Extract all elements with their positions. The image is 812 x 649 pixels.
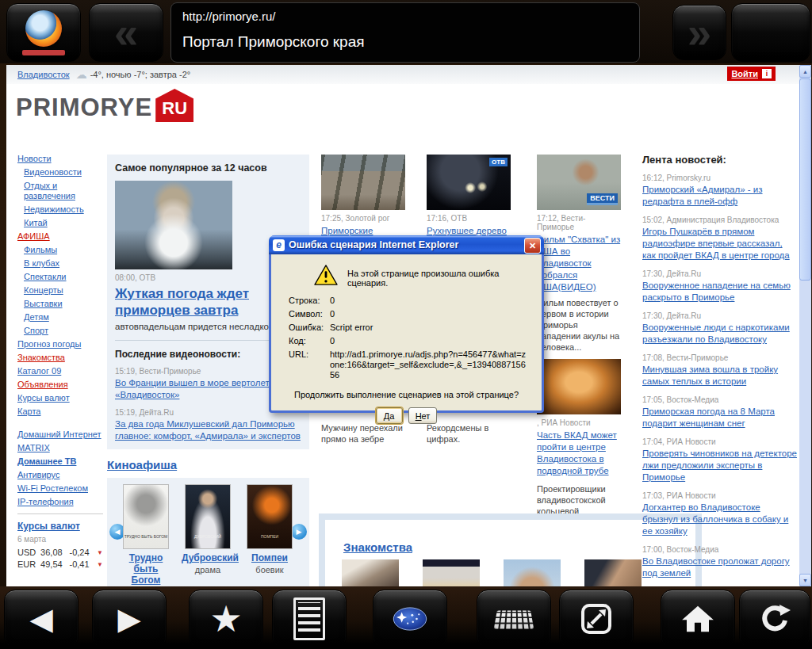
feed-meta: 17:30, Дейта.Ru (642, 311, 701, 320)
feed-headline-link[interactable]: Во Владивостоке проложат дорогу под земл… (642, 555, 798, 579)
fullscreen-button[interactable] (559, 590, 634, 648)
sidebar-item-sport[interactable]: Спорт (24, 326, 103, 336)
feed-meta: 15:02, Администрация Владивостока (642, 216, 779, 224)
firefox-menu-button[interactable] (6, 3, 81, 62)
sidebar-item-karta[interactable]: Карта (17, 407, 103, 417)
sidebar-item-prognoz[interactable]: Прогноз погоды (17, 339, 103, 349)
movie-poster[interactable]: ТРУДНО БЫТЬ БОГОМ (123, 484, 169, 549)
sidebar-item-afisha[interactable]: АФИША (17, 231, 103, 242)
yes-button-label: Да (383, 411, 396, 421)
double-chevron-right-icon: » (688, 11, 711, 54)
keyboard-button[interactable] (477, 590, 551, 648)
down-arrow-icon: ▼ (97, 547, 103, 559)
brand-button[interactable] (373, 590, 447, 648)
sidebar-item-obyavleniya[interactable]: Объявления (17, 380, 103, 390)
popular-story-photo[interactable] (115, 181, 232, 269)
profile-photo[interactable] (423, 559, 480, 586)
no-button[interactable]: Нет (408, 407, 438, 424)
feed-headline-link[interactable]: Вооруженные люди с наркотиками разъезжал… (642, 322, 798, 345)
movie-poster[interactable]: ДУБРОВСКИЙ (185, 484, 231, 549)
address-title-display[interactable]: http://primorye.ru/ Портал Приморского к… (170, 2, 640, 63)
news-headline-link[interactable]: Часть ВКАД может пройти в центре Владиво… (537, 429, 621, 477)
history-back-button[interactable]: « (89, 3, 163, 62)
dialog-message: На этой странице произошла ошибка сценар… (347, 269, 530, 288)
tunnel-photo[interactable] (537, 359, 621, 414)
sidebar-item-otdyh[interactable]: Отдых и развлечения (24, 181, 103, 201)
feed-headline-link[interactable]: Догхантер во Владивостоке брызнул из бал… (642, 502, 798, 537)
feed-headline-link[interactable]: Приморский «Адмирал» - из редрафта в пле… (642, 184, 798, 208)
field-label: Ошибка: (289, 323, 330, 333)
dialog-close-button[interactable]: ✕ (524, 238, 541, 254)
nav-forward-button[interactable]: ▶ (92, 590, 167, 648)
sidebar-item-v-klubah[interactable]: В клубах (24, 258, 103, 269)
scrollbar-thumb[interactable] (799, 78, 811, 281)
sidebar-item-katalog[interactable]: Каталог 09 (17, 366, 103, 376)
vertical-scrollbar[interactable]: ▲ ▼ (799, 65, 811, 586)
news-thumbnail[interactable]: ВЕСТИ (537, 155, 621, 210)
feed-item: 17:08, Вести-Приморье Минувшая зима вошл… (642, 353, 798, 387)
video-headline-link[interactable]: За два года Миклушевский дал Приморью гл… (115, 418, 301, 442)
bookmark-list-button[interactable] (272, 590, 347, 648)
sidebar-item-filmy[interactable]: Фильмы (24, 245, 103, 255)
bottom-toolbar: ◀ ▶ ★ (0, 586, 812, 649)
currency-rates-link[interactable]: Курсы валют (17, 521, 80, 532)
movie-title-link[interactable]: Помпеи (243, 552, 296, 563)
login-button[interactable]: Войти i (727, 67, 776, 81)
sidebar-item-videonovosti[interactable]: Видеоновости (24, 167, 103, 178)
sidebar-item-spektakli[interactable]: Спектакли (24, 272, 103, 282)
login-label: Войти (731, 69, 758, 78)
feed-headline-link[interactable]: Приморская погода на 8 Марта подарит жен… (642, 406, 798, 429)
history-forward-button[interactable]: » (672, 5, 726, 60)
movie-title-link[interactable]: Дубровский (182, 552, 234, 563)
yes-button[interactable]: Да (376, 407, 403, 424)
sidebar-item-kursy[interactable]: Курсы валют (17, 393, 103, 403)
poster-title-text: ДУБРОВСКИЙ (194, 534, 221, 539)
site-logo[interactable]: PRIMORYE RU (16, 89, 193, 122)
movie-card: ДУБРОВСКИЙ Дубровский драма (182, 484, 234, 586)
news-thumbnail[interactable]: ОТВ (427, 155, 511, 210)
car-browser-screen: « http://primorye.ru/ Портал Приморского… (0, 0, 812, 649)
home-button[interactable] (661, 590, 735, 648)
nav-back-button[interactable]: ◀ (4, 590, 79, 648)
profile-photo[interactable] (342, 559, 399, 586)
sidebar-item-kitay[interactable]: Китай (24, 218, 103, 228)
sidebar-item-antivirus[interactable]: Антивирус (17, 470, 103, 480)
refresh-icon (757, 603, 792, 635)
cloud-icon: ☁ (76, 68, 87, 81)
news-thumbnail[interactable] (321, 155, 405, 210)
sidebar-item-koncerty[interactable]: Концерты (24, 285, 103, 296)
feed-headline-link[interactable]: Игорь Пушкарёв в прямом радиоэфире вперв… (642, 226, 798, 262)
feed-headline-link[interactable]: Минувшая зима вошла в тройку самых теплы… (642, 364, 798, 387)
kino-afisha-link[interactable]: Киноафиша (107, 458, 177, 471)
sidebar-item-novosti[interactable]: Новости (17, 154, 103, 164)
profile-photo[interactable] (584, 559, 642, 586)
feed-headline-link[interactable]: Проверять чиновников на детекторе лжи пр… (642, 448, 798, 483)
sidebar-item-wifi[interactable]: Wi-Fi Ростелеком (17, 483, 103, 494)
sidebar-item-vystavki[interactable]: Выставки (24, 299, 103, 309)
top-bar-extra-button[interactable] (731, 3, 810, 62)
scroll-down-button[interactable]: ▼ (799, 574, 811, 586)
feed-headline-link[interactable]: Вооруженное нападение на семью раскрыто … (642, 280, 798, 304)
sidebar-item-detyam[interactable]: Детям (24, 312, 103, 323)
movie-title-link[interactable]: Трудно быть Богом (120, 552, 172, 586)
dialog-title-bar[interactable]: e Ошибка сценария Internet Explorer ✕ (269, 235, 544, 254)
movie-card: ТРУДНО БЫТЬ БОГОМ Трудно быть Богом фант… (120, 484, 172, 586)
dialog-title: Ошибка сценария Internet Explorer (289, 239, 458, 250)
sidebar-item-ip-telephony[interactable]: IP-телефония (17, 497, 103, 507)
news-headline-link[interactable]: Фильм "Схватка" из США во Владивосток до… (537, 234, 621, 293)
refresh-button[interactable] (739, 590, 810, 648)
bookmarks-button[interactable]: ★ (189, 590, 263, 648)
profile-photo[interactable] (504, 559, 561, 586)
sidebar-item-znakomstva[interactable]: Знакомства (17, 353, 103, 363)
browser-top-bar: « http://primorye.ru/ Портал Приморского… (0, 0, 812, 63)
dating-header-link[interactable]: Знакомства (343, 540, 412, 554)
sidebar-item-home-internet[interactable]: Домашний Интернет (17, 429, 103, 440)
city-link[interactable]: Владивосток (17, 70, 70, 79)
sidebar-item-nedvizhimost[interactable]: Недвижимость (24, 204, 103, 215)
scroll-up-button[interactable]: ▲ (799, 65, 811, 78)
news-column: 17:25, Золотой рог Приморские Мужчину пе… (321, 155, 405, 237)
sidebar-item-home-tv[interactable]: Домашнее ТВ (17, 456, 103, 467)
movie-poster[interactable]: ПОМПЕИ (247, 484, 293, 549)
feed-item: 15:02, Администрация Владивостока Игорь … (642, 215, 798, 262)
sidebar-item-matrix[interactable]: MATRIX (17, 443, 103, 453)
